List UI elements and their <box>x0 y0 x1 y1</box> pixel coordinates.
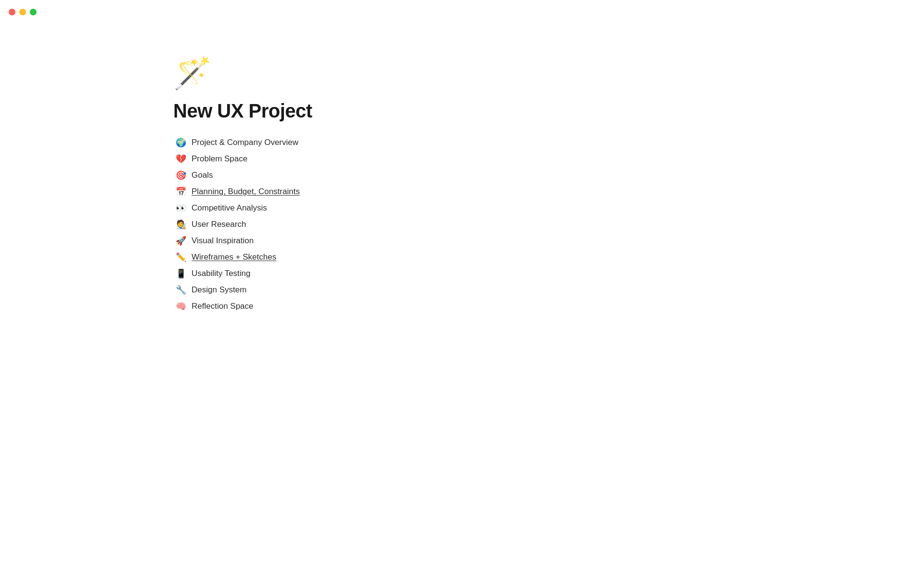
nav-item-emoji: ✏️ <box>175 252 187 263</box>
maximize-button[interactable] <box>30 9 37 15</box>
nav-item-emoji: 👀 <box>175 203 187 213</box>
nav-item-label: Reflection Space <box>192 302 254 311</box>
nav-item-label: Project & Company Overview <box>192 138 298 147</box>
nav-item[interactable]: 🔧Design System <box>173 283 433 297</box>
page-icon: 🪄 <box>173 58 433 89</box>
nav-item[interactable]: 💔Problem Space <box>173 152 433 166</box>
traffic-lights <box>9 9 37 15</box>
nav-item-label: Design System <box>192 285 246 295</box>
nav-item-emoji: 🧑‍🎨 <box>175 219 187 230</box>
nav-item[interactable]: 📱Usability Testing <box>173 266 433 281</box>
nav-item[interactable]: 🌍Project & Company Overview <box>173 135 433 150</box>
nav-item-label: Goals <box>192 171 213 180</box>
minimize-button[interactable] <box>19 9 26 15</box>
nav-item[interactable]: 🎯Goals <box>173 168 433 183</box>
nav-item-label: User Research <box>192 220 246 229</box>
nav-item-label: Wireframes + Sketches <box>192 252 276 262</box>
nav-item-label: Planning, Budget, Constraints <box>192 187 300 197</box>
main-content: 🪄 New UX Project 🌍Project & Company Over… <box>0 0 433 371</box>
nav-item-emoji: 🌍 <box>175 137 187 148</box>
nav-item[interactable]: 🧑‍🎨User Research <box>173 217 433 232</box>
nav-item-emoji: 💔 <box>175 154 187 164</box>
nav-item-emoji: 📱 <box>175 268 187 279</box>
close-button[interactable] <box>9 9 15 15</box>
nav-item-label: Visual Inspiration <box>192 236 254 246</box>
nav-item-label: Usability Testing <box>192 269 251 278</box>
nav-item[interactable]: 📅Planning, Budget, Constraints <box>173 184 433 199</box>
nav-item-emoji: 🔧 <box>175 285 187 295</box>
nav-item-label: Competitive Analysis <box>192 203 267 213</box>
nav-item[interactable]: 🚀Visual Inspiration <box>173 234 433 248</box>
nav-item[interactable]: ✏️Wireframes + Sketches <box>173 250 433 264</box>
page-title: New UX Project <box>173 100 433 122</box>
nav-list: 🌍Project & Company Overview💔Problem Spac… <box>173 135 433 314</box>
nav-item-emoji: 🧠 <box>175 301 187 312</box>
nav-item-emoji: 🎯 <box>175 170 187 181</box>
nav-item-label: Problem Space <box>192 154 247 164</box>
nav-item-emoji: 📅 <box>175 186 187 197</box>
nav-item[interactable]: 🧠Reflection Space <box>173 299 433 314</box>
nav-item[interactable]: 👀Competitive Analysis <box>173 201 433 215</box>
nav-item-emoji: 🚀 <box>175 236 187 246</box>
